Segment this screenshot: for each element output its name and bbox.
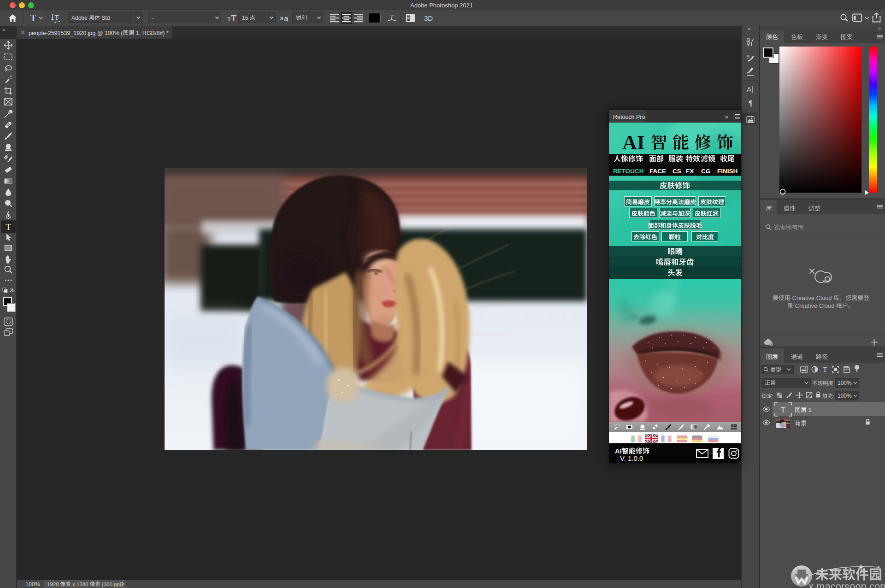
svg-text:RETOUCH: RETOUCH <box>613 167 644 174</box>
svg-text:Retouch Pro: Retouch Pro <box>613 113 645 120</box>
svg-text:V. 1.0.0: V. 1.0.0 <box>620 454 643 462</box>
svg-text:15: 15 <box>242 15 250 21</box>
svg-text:»: » <box>725 113 728 120</box>
svg-text:FINISH: FINISH <box>717 167 738 174</box>
svg-text:x 1280: x 1280 <box>71 581 90 587</box>
svg-text:T: T <box>227 16 231 23</box>
svg-text:T: T <box>823 366 827 373</box>
svg-text:-: - <box>152 15 154 21</box>
svg-text::: : <box>833 393 834 399</box>
svg-text:CG: CG <box>701 167 710 174</box>
svg-text:T: T <box>231 13 236 23</box>
svg-text:100%: 100% <box>25 581 40 587</box>
svg-text:«: « <box>748 26 750 31</box>
svg-text:FACE: FACE <box>649 167 666 174</box>
svg-text:Creative Cloud: Creative Cloud <box>793 302 836 309</box>
svg-text:Adobe Photoshop 2021: Adobe Photoshop 2021 <box>410 2 473 9</box>
svg-text:a: a <box>284 15 289 23</box>
svg-text:FX: FX <box>686 167 694 174</box>
svg-text:(300 ppi): (300 ppi) <box>100 581 123 587</box>
svg-text:Adobe: Adobe <box>71 15 89 21</box>
svg-text:3D: 3D <box>424 14 433 22</box>
svg-text:Std: Std <box>100 15 110 21</box>
svg-text:1, RGB/8#) *: 1, RGB/8#) * <box>135 29 169 36</box>
svg-text:Creative Cloud: Creative Cloud <box>791 294 833 301</box>
svg-text:CS: CS <box>673 167 681 174</box>
svg-text:»: » <box>2 27 5 32</box>
svg-text:AI: AI <box>622 131 645 154</box>
svg-text:A: A <box>747 85 751 93</box>
svg-text:¶: ¶ <box>749 99 752 107</box>
svg-text::: : <box>772 393 773 399</box>
svg-text:people-2591539_1920.jpg @ 100%: people-2591539_1920.jpg @ 100% ( <box>29 29 123 36</box>
svg-text:T: T <box>54 14 59 21</box>
svg-text:x.macorsoon.com: x.macorsoon.com <box>808 581 885 588</box>
svg-text:100%: 100% <box>838 380 852 386</box>
svg-text:T: T <box>6 222 11 232</box>
svg-text:a: a <box>280 15 283 22</box>
svg-text:»: » <box>878 25 881 31</box>
svg-text:1: 1 <box>807 406 812 413</box>
svg-text:T: T <box>30 12 36 24</box>
svg-text:1920: 1920 <box>47 581 60 587</box>
svg-text:100%: 100% <box>838 393 852 399</box>
